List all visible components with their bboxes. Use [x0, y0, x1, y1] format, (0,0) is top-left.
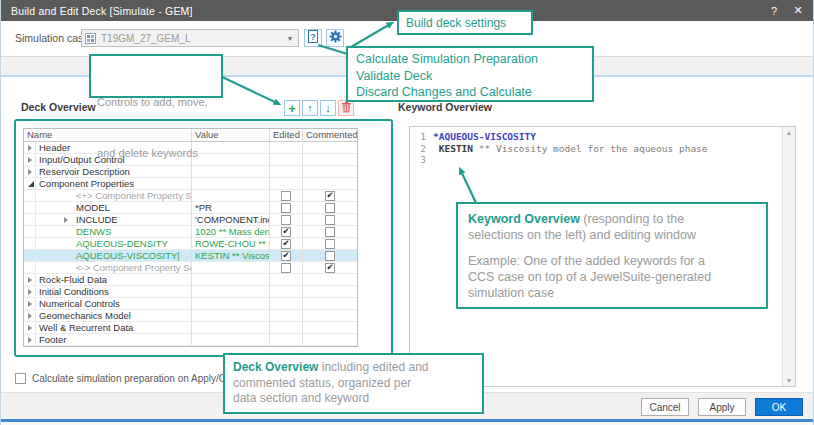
collapse-icon[interactable]: [28, 181, 34, 187]
table-row[interactable]: Numerical Controls: [24, 298, 357, 310]
edited-checkbox-cell: ✔: [270, 250, 303, 262]
edited-checkbox[interactable]: ✔: [281, 227, 291, 237]
commented-checkbox[interactable]: ✔: [325, 263, 335, 273]
row-name: Well & Recurrent Data: [24, 322, 133, 333]
apply-button[interactable]: Apply: [698, 398, 746, 416]
row-name-cell: DENWS: [24, 226, 192, 238]
arrow-down-icon: ↓: [325, 102, 331, 114]
prep-checkbox[interactable]: [15, 373, 26, 384]
editor-line[interactable]: 3: [410, 154, 795, 166]
expand-icon[interactable]: [28, 301, 32, 307]
commented-checkbox-cell: ✔: [303, 190, 357, 202]
edited-checkbox-cell: [270, 322, 303, 334]
commented-checkbox[interactable]: [325, 239, 335, 249]
table-row[interactable]: Footer: [24, 334, 357, 346]
callout-calc-line2: Validate Deck: [356, 68, 584, 85]
callout-build-text: Build deck settings: [406, 16, 506, 30]
expand-icon[interactable]: [28, 157, 32, 163]
expand-icon[interactable]: [28, 277, 32, 283]
row-name: <-> Component Property Section -JS: [24, 262, 192, 273]
edited-checkbox[interactable]: [281, 263, 291, 273]
callout-calc-line3: Discard Changes and Calculate: [356, 84, 584, 101]
row-name-cell: INCLUDE: [24, 214, 192, 226]
cancel-button[interactable]: Cancel: [641, 398, 689, 416]
add-keyword-button[interactable]: +: [284, 100, 300, 116]
callout-controls-line1: Controls to add, move,: [97, 94, 215, 111]
build-deck-settings-button[interactable]: [326, 29, 344, 47]
move-down-button[interactable]: ↓: [320, 100, 336, 116]
edited-checkbox[interactable]: [281, 203, 291, 213]
row-name: Geomechanics Model: [24, 310, 131, 321]
prep-checkbox-row: Calculate simulation preparation on Appl…: [15, 373, 233, 384]
column-header-edited[interactable]: Edited: [270, 129, 303, 142]
row-value: [192, 322, 270, 334]
expand-icon[interactable]: [28, 337, 32, 343]
row-value: [192, 298, 270, 310]
expand-icon[interactable]: [28, 145, 32, 151]
row-name-cell: Footer: [24, 334, 192, 346]
close-button[interactable]: ✕: [791, 4, 805, 17]
table-row[interactable]: AQUEOUS-VISCOSITY|KESTIN ** Viscosity m……: [24, 250, 357, 262]
row-name-cell: Numerical Controls: [24, 298, 192, 310]
commented-checkbox[interactable]: [325, 203, 335, 213]
edited-checkbox-cell: [270, 286, 303, 298]
row-name-cell: Rock-Fluid Data: [24, 274, 192, 286]
editor-scrollbar[interactable]: ▲ ▼: [782, 127, 795, 386]
commented-checkbox[interactable]: ✔: [325, 191, 335, 201]
callout-keyword-highlight: Keyword Overview: [468, 212, 580, 226]
commented-checkbox[interactable]: [325, 215, 335, 225]
commented-checkbox[interactable]: [325, 251, 335, 261]
scroll-up-icon[interactable]: ▲: [786, 129, 792, 136]
editor-line[interactable]: 2 KESTIN ** Viscosity model for the aque…: [410, 143, 795, 155]
commented-checkbox-cell: [303, 310, 357, 322]
simulation-case-dropdown[interactable]: T19GM_27_GEM_L ▾: [81, 29, 299, 47]
table-row[interactable]: <-> Component Property Section -JS✔: [24, 262, 357, 274]
row-name: Initial Conditions: [24, 286, 109, 297]
editor-line[interactable]: 1*AQUEOUS-VISCOSITY: [410, 131, 795, 143]
table-row[interactable]: AQUEOUS-DENSITYROWE-CHOU ** Meth…✔: [24, 238, 357, 250]
row-name-cell: AQUEOUS-VISCOSITY|: [24, 250, 192, 262]
table-row[interactable]: Well & Recurrent Data: [24, 322, 357, 334]
edited-checkbox[interactable]: ✔: [281, 239, 291, 249]
commented-checkbox-cell: [303, 274, 357, 286]
commented-checkbox-cell: [303, 166, 357, 178]
table-row[interactable]: Initial Conditions: [24, 286, 357, 298]
expand-icon[interactable]: [64, 217, 68, 223]
expand-icon[interactable]: [28, 313, 32, 319]
row-name-cell: MODEL: [24, 202, 192, 214]
table-row[interactable]: MODEL*PR: [24, 202, 357, 214]
table-row[interactable]: Rock-Fluid Data: [24, 274, 357, 286]
table-row[interactable]: DENWS1020 ** Mass density…✔: [24, 226, 357, 238]
ok-button[interactable]: OK: [755, 398, 803, 416]
column-header-commented[interactable]: Commented: [303, 129, 357, 142]
chevron-down-icon[interactable]: ▾: [288, 34, 298, 43]
table-row[interactable]: Geomechanics Model: [24, 310, 357, 322]
trash-icon: [341, 101, 352, 115]
expand-icon[interactable]: [28, 325, 32, 331]
help-button[interactable]: ?: [767, 5, 781, 17]
delete-keyword-button[interactable]: [338, 100, 354, 116]
line-number: 2: [410, 143, 426, 155]
move-up-button[interactable]: ↑: [302, 100, 318, 116]
row-name: Numerical Controls: [24, 298, 120, 309]
validate-deck-button[interactable]: ?: [304, 29, 322, 47]
callout-controls-line2: and delete keywords: [97, 145, 215, 162]
expand-icon[interactable]: [28, 289, 32, 295]
row-name: MODEL: [24, 202, 110, 213]
edited-checkbox[interactable]: [281, 191, 291, 201]
edited-checkbox[interactable]: ✔: [281, 251, 291, 261]
row-name-cell: Geomechanics Model: [24, 310, 192, 322]
commented-checkbox-cell: [303, 226, 357, 238]
scroll-down-icon[interactable]: ▼: [786, 377, 792, 384]
commented-checkbox[interactable]: [325, 227, 335, 237]
expand-icon[interactable]: [28, 169, 32, 175]
table-row[interactable]: INCLUDE'COMPONENT.inc': [24, 214, 357, 226]
edited-checkbox-cell: [270, 142, 303, 154]
edited-checkbox-cell: [270, 202, 303, 214]
callout-keyword-example2: CCS case on top of a JewelSuite-generate…: [468, 269, 756, 285]
row-name-cell: <-> Component Property Section -JS: [24, 262, 192, 274]
edited-checkbox[interactable]: [281, 215, 291, 225]
commented-checkbox-cell: [303, 154, 357, 166]
callout-keyword-note: Keyword Overview (responding to the sele…: [456, 202, 768, 309]
keyword-toolbar: + ↑ ↓: [284, 100, 354, 116]
